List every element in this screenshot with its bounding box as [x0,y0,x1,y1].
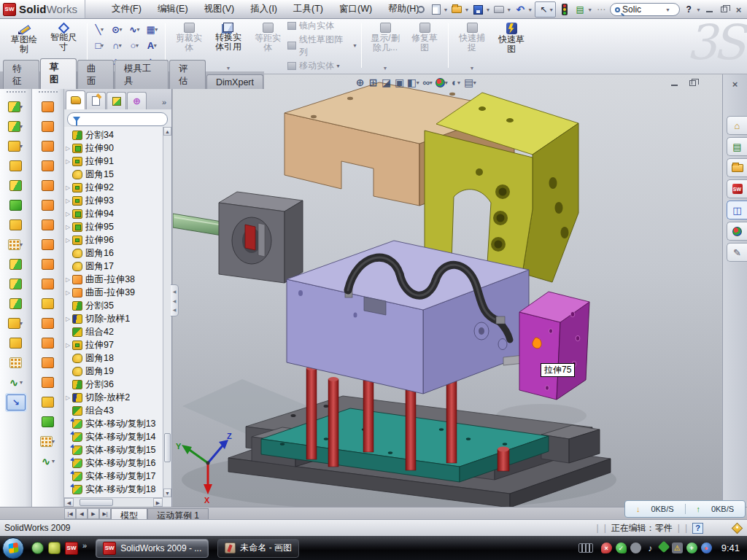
dome-surface-icon[interactable] [42,416,54,427]
menu-item-2[interactable]: 视图(V) [197,0,242,18]
tab-model[interactable]: 模型 [111,508,147,519]
tree-item-0[interactable]: 分割34 [64,128,163,141]
quick-snaps-button[interactable]: 快速捕 捉▼ [452,20,492,71]
doc-minimize-button[interactable] [668,77,681,88]
taskbar-button-solidworks[interactable]: SW SolidWorks 2009 - ... [96,539,209,558]
tree-item-18[interactable]: 圆角19 [64,365,163,378]
app-restore-button[interactable] [718,4,730,15]
scroll-left-icon[interactable]: ◀ [64,498,74,507]
boundary-surface-icon[interactable] [42,200,54,211]
trim-surface-icon[interactable] [42,357,54,368]
view-palette-tab[interactable]: ◫ [727,201,747,219]
expand-icon[interactable]: ▷ [66,394,72,401]
design-library-tab[interactable]: ▤ [727,137,747,156]
swept-surface-icon[interactable] [42,101,54,112]
tab-scroll-last-button[interactable]: ▶| [99,508,111,519]
health-monitor-tray-icon[interactable]: + [686,542,697,553]
ruled-surface-icon[interactable] [42,121,54,132]
fillet-surface-icon[interactable] [42,397,54,408]
tree-item-2[interactable]: ▷拉伸91 [64,155,163,168]
tree-item-10[interactable]: 圆角17 [64,260,163,273]
tab-feature-manager[interactable] [66,90,85,109]
linear-sketch-pattern-button[interactable]: 线性草图阵列▼ [287,34,357,58]
tree-item-6[interactable]: ▷拉伸94 [64,207,163,220]
appearances-scenes-tab[interactable] [727,222,747,241]
quick-launch-solidworks-icon[interactable]: SW [65,542,78,555]
task-pane-close-icon[interactable]: × [723,74,747,104]
offset-surface-icon[interactable] [42,239,54,250]
rebuild-traffic-light-icon[interactable] [558,3,571,16]
messenger-tray-icon[interactable]: • [701,542,712,553]
tree-item-22[interactable]: 实体-移动/复制13 [64,417,163,430]
usb-device-tray-icon[interactable] [657,541,670,553]
scroll-up-icon[interactable]: ▲ [163,127,171,136]
tree-item-24[interactable]: 实体-移动/复制15 [64,443,163,456]
command-tab-4[interactable]: 评估 [169,60,206,89]
scroll-right-icon[interactable]: ▶ [153,498,163,507]
expand-icon[interactable]: ▷ [66,342,72,349]
snipping-tray-icon[interactable] [630,542,641,553]
spline-tool-icon[interactable]: ∿▼ [126,22,144,38]
quick-launch-app-icon[interactable] [48,542,61,554]
custom-properties-tab[interactable]: ✎ [727,243,747,262]
tree-item-1[interactable]: ▷拉伸90 [64,141,163,155]
arc-tool-icon[interactable]: ∩▼ [109,38,126,54]
network-warning-tray-icon[interactable]: ⚠ [672,542,683,553]
tree-item-27[interactable]: 实体-移动/复制18 [64,483,163,496]
open-dropdown-icon[interactable]: ▼ [464,7,469,12]
display-delete-relations-button[interactable]: 显示/删 除几...▼ [365,20,405,71]
convert-entities-button[interactable]: 转换实 体引用▼ [209,20,248,71]
tree-item-11[interactable]: ▷曲面-拉伸38 [64,273,163,286]
tree-item-14[interactable]: ▷切除-放样1 [64,312,163,325]
rapid-sketch-button[interactable]: 快速草 图 [492,20,531,71]
expand-icon[interactable]: ▷ [66,198,72,204]
command-tab-5[interactable]: DimXpert [206,74,263,89]
boundary-boss-icon[interactable] [9,200,22,211]
line-tool-icon[interactable]: ╲▼ [91,22,109,38]
lofted-boss-icon[interactable] [9,180,22,191]
tree-item-8[interactable]: ▷拉伸96 [64,233,163,246]
panel-splitter-handle[interactable]: ◀◀◀ [171,284,179,316]
input-language-keyboard-icon[interactable] [578,543,593,553]
hole-wizard-icon[interactable] [9,219,22,230]
command-tab-2[interactable]: 曲面 [77,60,114,89]
expand-icon[interactable]: ▷ [66,289,72,296]
quick-launch-chevron-icon[interactable]: » [82,541,87,550]
file-explorer-tab[interactable] [727,158,747,177]
tree-item-26[interactable]: 实体-移动/复制17 [64,470,163,483]
revolved-surface-icon[interactable] [42,160,54,171]
toolbar-grip[interactable] [7,91,26,94]
tree-item-9[interactable]: 圆角16 [64,246,163,260]
help-dropdown-icon[interactable]: ▼ [696,7,701,12]
start-button[interactable] [2,537,24,559]
expand-icon[interactable]: ▷ [66,184,72,191]
doc-restore-button[interactable] [686,77,699,88]
options-button[interactable]: ▤ [573,3,587,16]
model-3d-view[interactable]: Y Z X [173,74,722,507]
undo-dropdown-icon[interactable]: ▼ [527,7,533,12]
print-dropdown-icon[interactable]: ▼ [506,7,511,12]
ellipse-tool-icon[interactable]: ○▼ [126,38,144,54]
section-view-icon[interactable]: ◪ [381,76,392,89]
tree-item-4[interactable]: ▷拉伸92 [64,181,163,194]
trim-box-tool-icon[interactable]: ▦▼ [144,22,161,38]
scroll-thumb[interactable] [164,433,171,462]
tree-item-21[interactable]: 组合43 [64,404,163,417]
command-tab-1[interactable]: 草图 [40,58,77,89]
quick-tips-icon[interactable]: ? [692,523,703,534]
tree-item-5[interactable]: ▷拉伸93 [64,194,163,207]
select-tool-button[interactable]: ↖▼ [535,1,556,18]
instant3d-icon[interactable] [7,394,26,411]
view-orientation-icon[interactable]: ▣ [394,76,405,89]
offset-entities-button[interactable]: 等距实 体 [248,20,287,71]
options-dropdown-icon[interactable]: ▼ [587,7,592,12]
combine-bodies-icon[interactable] [9,259,22,270]
toolbar-grip[interactable] [39,91,58,94]
knit-surface-icon[interactable] [42,259,54,270]
planar-surface-icon[interactable] [42,219,54,230]
text-tool-icon[interactable]: A▼ [144,38,161,54]
untrim-surface-icon[interactable] [42,377,54,388]
security-alert-tray-icon[interactable]: × [601,542,612,553]
command-tab-0[interactable]: 特征 [3,60,39,89]
app-minimize-button[interactable] [703,4,716,15]
